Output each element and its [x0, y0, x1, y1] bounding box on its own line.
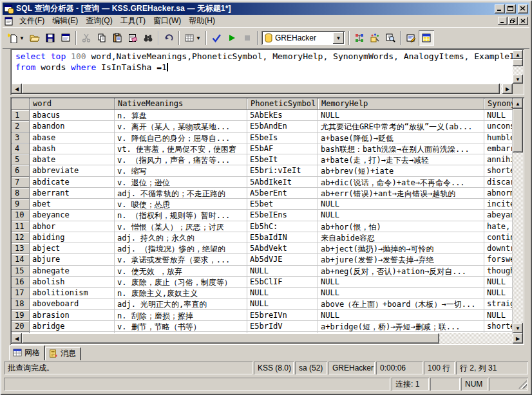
column-header-word[interactable]: word [30, 98, 115, 110]
grid-cell-meaning[interactable]: v. 唆使；怂恿 [115, 199, 247, 210]
database-combobox-dropdown[interactable]: ▼ [333, 32, 344, 44]
grid-cell-meaning[interactable]: n. （指权利，规则等）暂时... [115, 210, 247, 221]
menu-query[interactable]: 查询(Q) [82, 14, 116, 28]
undo-button[interactable] [161, 30, 176, 46]
grid-cell-meaning[interactable]: n. 废除主义,废奴主义 [115, 288, 247, 299]
row-number-cell[interactable]: 6 [12, 165, 30, 176]
grid-cell-meaning[interactable]: adj. 光明正大的,率直的 [115, 299, 247, 309]
grid-cell-memory[interactable]: NULL [318, 288, 484, 299]
grid-cell-synonym[interactable]: abeyancy [484, 210, 513, 221]
grid-cell-synonym[interactable]: continuing [484, 232, 513, 243]
editor-vertical-scrollbar[interactable]: ▲ ▼ [513, 50, 523, 84]
grid-cell-phonetic[interactable]: E5bClIF [247, 277, 318, 288]
maximize-button[interactable] [506, 5, 516, 14]
grid-cell-synonym[interactable]: straight [484, 299, 513, 309]
grid-cell-word[interactable]: abet [30, 199, 115, 210]
paste-button[interactable] [109, 30, 125, 46]
row-number-cell[interactable]: 12 [12, 232, 30, 243]
grid-cell-meaning[interactable]: v. 憎恨（某人）；厌恶；讨厌 [115, 221, 247, 232]
object-browser-button[interactable] [352, 30, 367, 46]
grid-cell-memory[interactable]: ab+dic(说话，命令)+ate→不再命令... [318, 177, 484, 188]
grid-cell-phonetic[interactable]: E5beIt [247, 154, 318, 165]
grid-cell-memory[interactable]: NULL [318, 199, 484, 210]
copy-button[interactable] [94, 30, 109, 46]
grid-cell-synonym[interactable]: discard [484, 177, 513, 188]
menu-file[interactable]: 文件(F) [15, 14, 48, 28]
grid-cell-word[interactable]: abiding [30, 232, 115, 243]
grid-cell-memory[interactable]: ab+hor(恨，怕) [318, 221, 484, 232]
grid-cell-phonetic[interactable]: E5baIdIN [247, 232, 318, 243]
grid-cell-memory[interactable]: ab+neg(反对，否认)+ation→反对自... [318, 266, 484, 277]
grid-cell-phonetic[interactable]: 5AbdIkeIt [247, 177, 318, 188]
grid-vertical-scrollbar[interactable]: ▲ ▼ [513, 98, 523, 333]
grid-cell-meaning[interactable]: v. 离开（某人，某物或某地... [115, 121, 247, 132]
row-number-cell[interactable]: 8 [12, 188, 30, 199]
grid-cell-phonetic[interactable]: E5bAndEn [247, 121, 318, 132]
grid-cell-synonym[interactable]: NULL [484, 110, 513, 121]
scroll-right-button[interactable]: ▶ [513, 333, 523, 344]
new-query-button[interactable]: ▼ [5, 30, 27, 46]
minimize-button[interactable] [495, 5, 505, 14]
grid-cell-meaning[interactable]: v. 承诺或发誓放弃（要求，... [115, 254, 247, 265]
column-header-NativeMeanings[interactable]: NativeMeanings [115, 98, 247, 110]
grid-cell-phonetic[interactable]: 5AbEkEs [247, 110, 318, 121]
scroll-up-button[interactable]: ▲ [513, 98, 523, 109]
grid-cell-meaning[interactable]: adj. （指境况）惨的，绝望的 [115, 243, 247, 254]
scrollbar-thumb[interactable] [513, 109, 523, 152]
scrollbar-thumb[interactable] [22, 333, 439, 344]
grid-cell-synonym[interactable]: incite, [484, 199, 513, 210]
object-search-button[interactable] [367, 30, 383, 46]
insert-template-button[interactable] [58, 30, 73, 46]
scroll-down-button[interactable]: ▼ [513, 323, 523, 333]
menu-tools[interactable]: 工具(T) [117, 14, 149, 28]
mdi-child-icon[interactable] [4, 16, 14, 26]
column-header-PhoneticSymbol[interactable]: PhoneticSymbol [247, 98, 318, 110]
grid-cell-memory[interactable]: NULL [318, 110, 484, 121]
current-connection-properties-button[interactable] [383, 30, 398, 46]
show-properties-button[interactable] [403, 30, 419, 46]
row-number-cell[interactable]: 13 [12, 243, 30, 254]
grid-corner-cell[interactable] [12, 98, 30, 110]
grid-cell-word[interactable]: abase [30, 133, 115, 143]
grid-cell-synonym[interactable]: shorten [484, 321, 513, 332]
scroll-down-button[interactable]: ▼ [513, 75, 523, 84]
show-results-pane-button[interactable] [419, 30, 434, 46]
execute-mode-button[interactable]: ▼ [182, 30, 204, 46]
grid-cell-memory[interactable]: ab+brev(短)+iate [318, 165, 484, 176]
grid-cell-meaning[interactable]: n. 算盘 [115, 110, 247, 121]
scrollbar-thumb[interactable] [513, 59, 523, 66]
row-number-cell[interactable]: 19 [12, 310, 30, 321]
grid-cell-word[interactable]: abdicate [30, 177, 115, 188]
grid-cell-phonetic[interactable]: 5AbdVekt [247, 243, 318, 254]
mdi-minimize-button[interactable] [498, 17, 508, 25]
menu-edit[interactable]: 编辑(E) [48, 14, 82, 28]
close-button[interactable] [518, 5, 528, 14]
tab-grid[interactable]: 网格 [9, 345, 45, 360]
grid-cell-word[interactable]: abridge [30, 321, 115, 332]
grid-cell-meaning[interactable]: n. 刮除；磨损；擦掉 [115, 310, 247, 321]
cut-button[interactable] [79, 30, 94, 46]
grid-cell-synonym[interactable]: NULL [484, 277, 513, 288]
grid-cell-synonym[interactable]: downtrodden [484, 243, 513, 254]
row-number-cell[interactable]: 15 [12, 266, 30, 277]
grid-cell-meaning[interactable]: v. 退位；逊位 [115, 177, 247, 188]
stop-button[interactable] [240, 30, 255, 46]
tab-messages[interactable]: 消息 [45, 347, 81, 360]
grid-cell-phonetic[interactable]: E5bAF [247, 143, 318, 154]
grid-cell-memory[interactable]: ab+jure(发誓)→发誓去掉→弃绝 [318, 254, 484, 265]
open-button[interactable] [27, 30, 43, 46]
mdi-close-button[interactable] [518, 17, 528, 25]
row-number-cell[interactable]: 5 [12, 154, 30, 165]
grid-cell-meaning[interactable]: adj. 持久的；永久的 [115, 232, 247, 243]
row-number-cell[interactable]: 4 [12, 143, 30, 154]
grid-cell-word[interactable]: aboveboard [30, 299, 115, 309]
row-number-cell[interactable]: 11 [12, 221, 30, 232]
grid-cell-synonym[interactable]: NULL [484, 288, 513, 299]
save-button[interactable] [43, 30, 58, 46]
editor-horizontal-scrollbar[interactable]: ◀ ▶ [12, 84, 513, 94]
grid-cell-synonym[interactable]: though [484, 266, 513, 277]
grid-cell-synonym[interactable]: hate, [484, 221, 513, 232]
grid-cell-memory[interactable]: NULL [318, 277, 484, 288]
grid-cell-phonetic[interactable]: E5beIs [247, 133, 318, 143]
grid-cell-synonym[interactable]: NULL [484, 310, 513, 321]
